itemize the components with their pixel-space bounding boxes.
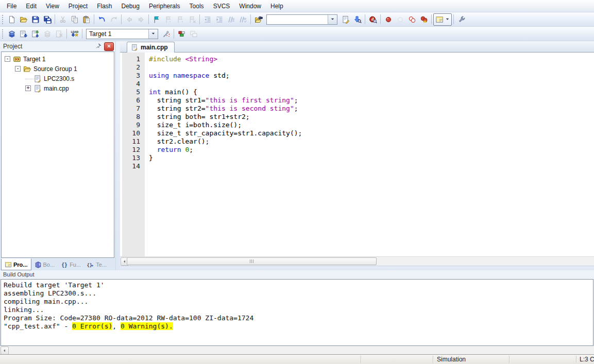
editor: main.cpp 1#include <String>23using names… xyxy=(120,41,594,270)
tab-pro[interactable]: Pro... xyxy=(1,258,31,270)
menu-edit[interactable]: Edit xyxy=(21,1,41,12)
symbol-browser-button[interactable]: d xyxy=(367,14,379,25)
build-target-button[interactable] xyxy=(18,28,29,40)
code-line[interactable]: 8 string both= str1+str2; xyxy=(120,113,594,121)
rebuild-target-button[interactable] xyxy=(29,28,41,40)
menu-window[interactable]: Window xyxy=(234,1,266,12)
search-combobox[interactable] xyxy=(266,14,337,25)
tab-te[interactable]: {}Te... xyxy=(84,258,110,270)
copy-button[interactable] xyxy=(69,14,80,25)
load-button[interactable]: LOAD xyxy=(69,28,80,40)
find-in-files-icon xyxy=(254,15,263,24)
nav-forward-button[interactable] xyxy=(135,14,147,25)
menu-file[interactable]: File xyxy=(2,1,21,12)
uncomment-button[interactable] xyxy=(237,14,249,25)
bookmark-prev-button[interactable] xyxy=(174,14,186,25)
open-folder-button[interactable] xyxy=(18,14,29,25)
menu-svcs[interactable]: SVCS xyxy=(209,1,235,12)
breakpoint-disable-button[interactable] xyxy=(394,14,406,25)
tab-bo[interactable]: ?Bo... xyxy=(31,258,58,270)
undo-button[interactable] xyxy=(96,14,108,25)
translate-file-button[interactable] xyxy=(6,28,18,40)
code-line[interactable]: 6 string str1="this is first string"; xyxy=(120,96,594,105)
build-output-content[interactable]: Rebuild target 'Target 1'assembling LPC2… xyxy=(1,279,593,346)
indent-decrease-button[interactable] xyxy=(201,14,213,25)
debug-windows-button[interactable] xyxy=(433,13,452,26)
breakpoint-toggle-button[interactable] xyxy=(382,14,394,25)
build-output-scrollbar[interactable] xyxy=(0,346,594,355)
save-button[interactable] xyxy=(29,14,41,25)
find-text-button[interactable] xyxy=(340,14,351,25)
code-line[interactable]: 13} xyxy=(120,154,594,162)
collapse-box[interactable]: - xyxy=(5,56,10,62)
menu-project[interactable]: Project xyxy=(64,1,92,12)
wrench-button[interactable] xyxy=(455,14,467,25)
dropdown-button[interactable] xyxy=(148,29,158,39)
tab-fu[interactable]: {}Fu... xyxy=(58,258,84,270)
tab-label: Pro... xyxy=(13,262,28,268)
code-line[interactable]: 11 str2.clear(); xyxy=(120,137,594,146)
tree-item-lpc2300-s[interactable]: LPC2300.s xyxy=(2,74,114,83)
manage-blocks-button[interactable] xyxy=(176,28,188,40)
tree-item-target-1[interactable]: -Target 1 xyxy=(2,54,114,64)
nav-back-button[interactable] xyxy=(123,14,135,25)
editor-horizontal-scrollbar[interactable] xyxy=(120,256,594,266)
code-line[interactable]: 10 size_t str_capacity=str1.capacity(); xyxy=(120,129,594,137)
stop-build-button[interactable] xyxy=(53,28,65,40)
code-line[interactable]: 1#include <String> xyxy=(120,55,594,63)
code-line[interactable]: 14 xyxy=(120,162,594,170)
menu-tools[interactable]: Tools xyxy=(185,1,209,12)
indent-increase-button[interactable] xyxy=(213,14,225,25)
find-in-files-button[interactable] xyxy=(252,14,264,25)
project-windows-button[interactable] xyxy=(188,28,199,40)
menu-flash[interactable]: Flash xyxy=(92,1,116,12)
menu-peripherals[interactable]: Peripherals xyxy=(144,1,185,12)
breakpoint-kill-all-button[interactable] xyxy=(418,14,430,25)
tree-item-label: main.cpp xyxy=(44,85,69,92)
cut-button[interactable] xyxy=(57,14,69,25)
options-wand-button[interactable] xyxy=(160,28,172,40)
indent-increase-icon xyxy=(215,15,224,24)
code-line[interactable]: 5int main() { xyxy=(120,88,594,96)
code-line[interactable]: 3using namespace std; xyxy=(120,72,594,80)
menu-debug[interactable]: Debug xyxy=(117,1,144,12)
toolbar-grip[interactable] xyxy=(2,29,4,39)
save-all-button[interactable] xyxy=(41,14,53,25)
collapse-box[interactable]: - xyxy=(15,66,21,72)
code-line[interactable]: 12 return 0; xyxy=(120,146,594,154)
open-folder-icon xyxy=(20,15,28,24)
dropdown-button[interactable] xyxy=(328,15,337,24)
breakpoint-disable-all-button[interactable] xyxy=(406,14,418,25)
expand-box[interactable]: + xyxy=(25,85,31,91)
target-combobox[interactable]: Target 1 xyxy=(86,29,158,39)
comment-button[interactable] xyxy=(225,14,237,25)
toolbar-grip[interactable] xyxy=(2,14,4,25)
caret-down-icon[interactable] xyxy=(445,17,450,22)
code-line[interactable]: 7 string str2="this is second sting"; xyxy=(120,105,594,113)
menu-help[interactable]: Help xyxy=(266,1,288,12)
tree-item-main-cpp[interactable]: +main.cpp xyxy=(2,83,114,93)
redo-button[interactable] xyxy=(108,14,120,25)
code-line[interactable]: 9 size_t i=both.size(); xyxy=(120,121,594,129)
bookmark-flag-button[interactable] xyxy=(150,14,162,25)
code-area[interactable]: 1#include <String>23using namespace std;… xyxy=(120,53,594,256)
new-file-button[interactable] xyxy=(6,14,18,25)
batch-build-button[interactable] xyxy=(41,28,53,40)
stop-build-icon xyxy=(55,30,63,38)
tab-main-cpp[interactable]: main.cpp xyxy=(127,42,175,53)
project-windows-icon xyxy=(190,30,198,38)
scroll-left-button[interactable] xyxy=(1,346,9,355)
code-line[interactable]: 2 xyxy=(120,63,594,72)
incremental-find-button[interactable] xyxy=(351,14,363,25)
close-button[interactable] xyxy=(104,42,114,51)
panel-splitter[interactable] xyxy=(115,41,120,270)
code-line[interactable]: 4 xyxy=(120,80,594,88)
pin-button[interactable] xyxy=(94,42,103,50)
bookmark-clear-button[interactable] xyxy=(186,14,198,25)
bookmark-next-button[interactable] xyxy=(162,14,174,25)
scrollbar-thumb[interactable] xyxy=(127,257,377,265)
toolbar-separator xyxy=(66,29,67,39)
menu-view[interactable]: View xyxy=(41,1,64,12)
paste-button[interactable] xyxy=(80,14,92,25)
tree-item-source-group-1[interactable]: -Source Group 1 xyxy=(2,64,114,74)
